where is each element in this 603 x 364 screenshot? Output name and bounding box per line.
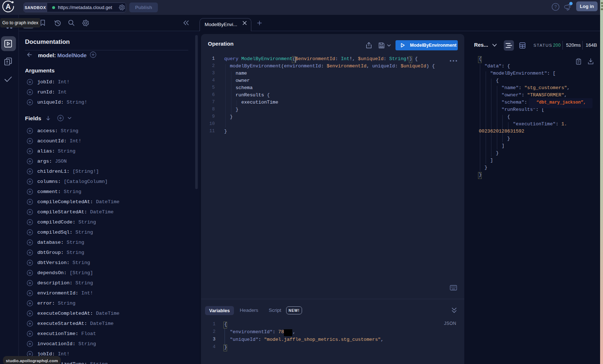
svg-text:?: ? (554, 4, 557, 9)
svg-text:A: A (5, 3, 11, 11)
